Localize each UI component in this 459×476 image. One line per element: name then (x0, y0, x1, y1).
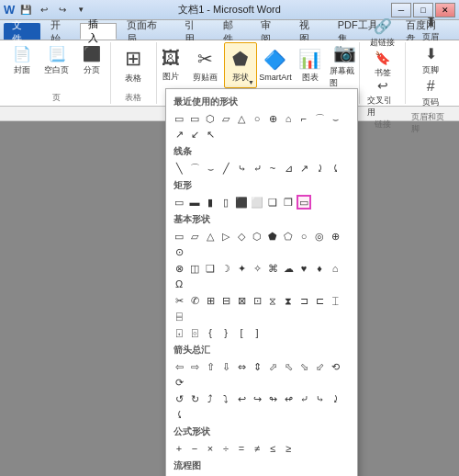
shape-btn[interactable]: ⌂ (328, 261, 342, 276)
shape-btn[interactable]: ↩ (234, 391, 249, 406)
shape-btn[interactable]: ⤹ (328, 161, 342, 176)
shape-btn[interactable]: ↬ (265, 391, 280, 406)
shape-btn[interactable]: ⤶ (297, 391, 311, 406)
shape-btn[interactable]: { (203, 325, 218, 340)
tab-start[interactable]: 开始 (42, 23, 79, 40)
shape-btn[interactable]: ] (250, 325, 264, 340)
shape-btn[interactable]: ⬟ (265, 229, 280, 244)
shape-btn[interactable]: ⬠ (281, 229, 296, 244)
shape-btn[interactable]: ⇨ (187, 359, 202, 374)
blank-page-button[interactable]: 📃 空白页 (40, 42, 73, 79)
shape-btn-highlighted[interactable]: ▭ (297, 195, 311, 210)
shape-btn[interactable]: ⊗ (172, 261, 186, 276)
shape-btn[interactable]: ⊠ (234, 293, 249, 308)
shape-btn[interactable]: ⬁ (281, 359, 296, 374)
shape-btn[interactable]: ⧗ (281, 293, 296, 308)
shape-btn[interactable]: ▭ (172, 229, 186, 244)
shape-btn[interactable]: ↗ (297, 161, 311, 176)
tab-review[interactable]: 审阅 (252, 23, 289, 40)
smartart-button[interactable]: 🔷 SmartArt (259, 42, 292, 88)
quick-redo[interactable]: ↪ (55, 3, 70, 17)
crossref-button[interactable]: ↩ 交叉引用 (366, 80, 399, 117)
shape-btn[interactable]: ↫ (281, 391, 296, 406)
tab-view[interactable]: 视图 (291, 23, 328, 40)
shape-btn[interactable]: Ω (172, 277, 186, 291)
shape-btn[interactable]: ↪ (250, 391, 264, 406)
shape-btn[interactable]: ⬀ (265, 359, 280, 374)
shape-btn[interactable]: ⇕ (250, 359, 264, 374)
page-break-button[interactable]: ⬛ 分页 (75, 42, 108, 79)
picture-button[interactable]: 🖼 图片 (154, 42, 187, 88)
shape-btn[interactable]: ◫ (187, 261, 202, 276)
shape-btn[interactable]: ❑ (265, 195, 280, 210)
shape-btn[interactable]: ⤴ (203, 391, 218, 406)
shape-btn[interactable]: ⤶ (250, 161, 264, 176)
shape-btn[interactable]: ≠ (250, 441, 264, 456)
shape-btn[interactable]: ▮ (203, 195, 218, 210)
shape-btn[interactable]: ⇩ (218, 359, 233, 374)
shape-btn[interactable]: △ (234, 111, 249, 126)
shape-btn[interactable]: ↻ (187, 391, 202, 406)
shape-btn[interactable]: } (218, 325, 233, 340)
shape-btn[interactable]: ⊙ (172, 244, 186, 259)
shape-btn[interactable]: ⬜ (250, 195, 264, 210)
shape-btn[interactable]: ⌣ (203, 161, 218, 176)
shape-btn[interactable]: ⌒ (312, 111, 327, 126)
clipart-button[interactable]: ✂ 剪贴画 (189, 42, 222, 88)
tab-mail[interactable]: 邮件 (215, 23, 252, 40)
hyperlink-button[interactable]: 🔗 超链接 (366, 17, 399, 50)
shape-btn[interactable]: ▬ (187, 195, 202, 210)
shape-btn[interactable]: ~ (265, 161, 280, 176)
chart-button[interactable]: 📊 图表 (294, 42, 327, 88)
shape-btn[interactable]: ♥ (297, 261, 311, 276)
cover-button[interactable]: 📄 封面 (6, 42, 39, 79)
shape-btn[interactable]: = (234, 441, 249, 456)
shape-btn[interactable]: + (172, 441, 186, 456)
shape-btn[interactable]: ⬛ (234, 195, 249, 210)
shape-btn[interactable]: ❒ (281, 195, 296, 210)
shape-btn[interactable]: ÷ (218, 441, 233, 456)
shape-btn[interactable]: ╱ (218, 161, 233, 176)
shape-btn[interactable]: ⊿ (281, 161, 296, 176)
shape-btn[interactable]: ⌻ (187, 325, 202, 340)
shape-btn[interactable]: ⇔ (234, 359, 249, 374)
shape-btn[interactable]: ⇧ (203, 359, 218, 374)
shape-btn[interactable]: ⤵ (218, 391, 233, 406)
shape-btn[interactable]: ○ (250, 111, 264, 126)
shape-btn[interactable]: ⌘ (265, 261, 280, 276)
shape-btn[interactable]: ⌺ (172, 325, 186, 340)
shape-btn[interactable]: ⌂ (281, 111, 296, 126)
shape-btn[interactable]: ⊞ (203, 293, 218, 308)
shape-btn[interactable]: ⬡ (203, 111, 218, 126)
shape-btn[interactable]: ⊕ (265, 111, 280, 126)
screenshot-button[interactable]: 📷 屏幕截图 (329, 42, 362, 88)
shape-btn[interactable]: ⧖ (265, 293, 280, 308)
shape-btn[interactable]: ↺ (172, 391, 186, 406)
quick-more[interactable]: ▼ (73, 3, 88, 17)
shape-btn[interactable]: ⤸ (312, 161, 327, 176)
shape-btn[interactable]: ⌶ (328, 293, 342, 308)
shape-btn[interactable]: ⤸ (328, 391, 342, 406)
close-button[interactable]: ✕ (435, 3, 455, 17)
shape-btn[interactable]: ✧ (250, 261, 264, 276)
table-button[interactable]: ⊞ 表格 (117, 42, 150, 88)
shape-btn[interactable]: ⌒ (187, 161, 202, 176)
quick-save[interactable]: 💾 (18, 3, 33, 17)
shape-btn[interactable]: [ (234, 325, 249, 340)
shape-btn[interactable]: ○ (297, 229, 311, 244)
shape-btn[interactable]: ⤹ (172, 407, 186, 422)
shape-btn[interactable]: ⊟ (218, 293, 233, 308)
shape-btn[interactable]: ↗ (172, 127, 186, 142)
shape-btn[interactable]: ✦ (234, 261, 249, 276)
shape-btn[interactable]: ◇ (234, 229, 249, 244)
shape-btn[interactable]: ❑ (203, 261, 218, 276)
shape-btn[interactable]: ☽ (218, 261, 233, 276)
quick-undo[interactable]: ↩ (37, 3, 51, 17)
shape-btn[interactable]: ⌐ (297, 111, 311, 126)
shape-btn[interactable]: ▱ (218, 111, 233, 126)
shape-btn[interactable]: ⊕ (328, 229, 342, 244)
shape-btn[interactable]: ✆ (187, 293, 202, 308)
shape-btn[interactable]: ▭ (172, 111, 186, 126)
shape-btn[interactable]: ▭ (172, 195, 186, 210)
shape-btn[interactable]: ♦ (312, 261, 327, 276)
